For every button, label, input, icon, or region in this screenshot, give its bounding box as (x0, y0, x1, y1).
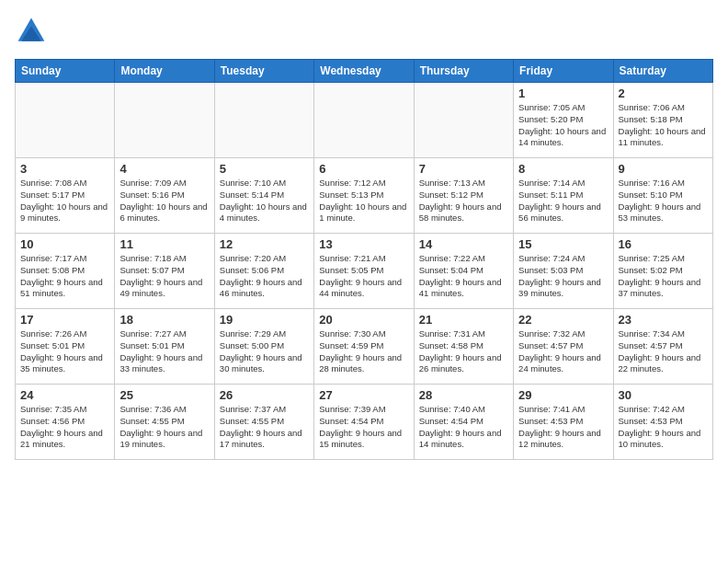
day-number: 2 (619, 86, 708, 100)
calendar-cell: 13Sunrise: 7:21 AM Sunset: 5:05 PM Dayli… (314, 234, 414, 309)
calendar-cell: 28Sunrise: 7:40 AM Sunset: 4:54 PM Dayli… (414, 385, 513, 460)
day-number: 6 (319, 162, 408, 176)
calendar-cell: 20Sunrise: 7:30 AM Sunset: 4:59 PM Dayli… (314, 309, 414, 385)
day-info: Sunrise: 7:34 AM Sunset: 4:57 PM Dayligh… (619, 328, 708, 375)
week-row-1: 1Sunrise: 7:05 AM Sunset: 5:20 PM Daylig… (16, 83, 713, 158)
calendar-cell: 4Sunrise: 7:09 AM Sunset: 5:16 PM Daylig… (115, 158, 214, 234)
day-number: 29 (518, 388, 608, 402)
day-number: 12 (220, 237, 309, 251)
day-info: Sunrise: 7:20 AM Sunset: 5:06 PM Dayligh… (220, 253, 309, 300)
logo (15, 15, 51, 48)
day-number: 15 (518, 237, 608, 251)
calendar-cell: 9Sunrise: 7:16 AM Sunset: 5:10 PM Daylig… (613, 158, 712, 234)
calendar-cell: 25Sunrise: 7:36 AM Sunset: 4:55 PM Dayli… (115, 385, 214, 460)
calendar-cell: 17Sunrise: 7:26 AM Sunset: 5:01 PM Dayli… (16, 309, 115, 385)
calendar: SundayMondayTuesdayWednesdayThursdayFrid… (15, 59, 713, 460)
calendar-cell: 3Sunrise: 7:08 AM Sunset: 5:17 PM Daylig… (16, 158, 115, 234)
day-info: Sunrise: 7:06 AM Sunset: 5:18 PM Dayligh… (619, 102, 708, 149)
week-row-4: 17Sunrise: 7:26 AM Sunset: 5:01 PM Dayli… (16, 309, 713, 385)
calendar-cell: 19Sunrise: 7:29 AM Sunset: 5:00 PM Dayli… (214, 309, 313, 385)
day-number: 8 (518, 162, 608, 176)
day-number: 30 (619, 388, 708, 402)
day-info: Sunrise: 7:41 AM Sunset: 4:53 PM Dayligh… (518, 404, 608, 451)
calendar-cell: 21Sunrise: 7:31 AM Sunset: 4:58 PM Dayli… (414, 309, 513, 385)
calendar-cell: 10Sunrise: 7:17 AM Sunset: 5:08 PM Dayli… (16, 234, 115, 309)
day-info: Sunrise: 7:05 AM Sunset: 5:20 PM Dayligh… (518, 102, 608, 149)
day-info: Sunrise: 7:08 AM Sunset: 5:17 PM Dayligh… (20, 178, 109, 224)
day-number: 1 (518, 86, 608, 100)
day-info: Sunrise: 7:18 AM Sunset: 5:07 PM Dayligh… (119, 253, 209, 300)
calendar-cell: 5Sunrise: 7:10 AM Sunset: 5:14 PM Daylig… (214, 158, 313, 234)
day-info: Sunrise: 7:32 AM Sunset: 4:57 PM Dayligh… (518, 328, 608, 375)
day-info: Sunrise: 7:12 AM Sunset: 5:13 PM Dayligh… (319, 178, 408, 224)
day-number: 19 (220, 313, 309, 327)
weekday-header: Tuesday (214, 60, 313, 83)
day-number: 5 (220, 162, 309, 176)
day-number: 4 (119, 162, 209, 176)
day-info: Sunrise: 7:14 AM Sunset: 5:11 PM Dayligh… (518, 178, 608, 224)
day-number: 21 (419, 313, 508, 327)
day-number: 23 (619, 313, 708, 327)
calendar-cell: 30Sunrise: 7:42 AM Sunset: 4:53 PM Dayli… (613, 385, 712, 460)
day-number: 27 (319, 388, 408, 402)
calendar-cell (414, 83, 513, 158)
day-number: 20 (319, 313, 408, 327)
calendar-cell: 29Sunrise: 7:41 AM Sunset: 4:53 PM Dayli… (514, 385, 613, 460)
day-number: 14 (419, 237, 508, 251)
day-number: 11 (119, 237, 209, 251)
day-info: Sunrise: 7:30 AM Sunset: 4:59 PM Dayligh… (319, 328, 408, 375)
day-number: 22 (518, 313, 608, 327)
weekday-header: Saturday (613, 60, 712, 83)
calendar-cell: 11Sunrise: 7:18 AM Sunset: 5:07 PM Dayli… (115, 234, 214, 309)
day-info: Sunrise: 7:37 AM Sunset: 4:55 PM Dayligh… (220, 404, 309, 451)
calendar-cell: 27Sunrise: 7:39 AM Sunset: 4:54 PM Dayli… (314, 385, 414, 460)
calendar-cell: 18Sunrise: 7:27 AM Sunset: 5:01 PM Dayli… (115, 309, 214, 385)
day-info: Sunrise: 7:25 AM Sunset: 5:02 PM Dayligh… (619, 253, 708, 300)
calendar-cell: 8Sunrise: 7:14 AM Sunset: 5:11 PM Daylig… (514, 158, 613, 234)
weekday-header-row: SundayMondayTuesdayWednesdayThursdayFrid… (16, 60, 713, 83)
calendar-cell: 14Sunrise: 7:22 AM Sunset: 5:04 PM Dayli… (414, 234, 513, 309)
day-info: Sunrise: 7:36 AM Sunset: 4:55 PM Dayligh… (119, 404, 209, 451)
calendar-cell: 12Sunrise: 7:20 AM Sunset: 5:06 PM Dayli… (214, 234, 313, 309)
calendar-cell (214, 83, 313, 158)
calendar-cell (314, 83, 414, 158)
calendar-cell: 7Sunrise: 7:13 AM Sunset: 5:12 PM Daylig… (414, 158, 513, 234)
day-info: Sunrise: 7:24 AM Sunset: 5:03 PM Dayligh… (518, 253, 608, 300)
weekday-header: Wednesday (314, 60, 414, 83)
day-info: Sunrise: 7:27 AM Sunset: 5:01 PM Dayligh… (119, 328, 209, 375)
day-info: Sunrise: 7:35 AM Sunset: 4:56 PM Dayligh… (20, 404, 109, 451)
calendar-cell: 22Sunrise: 7:32 AM Sunset: 4:57 PM Dayli… (514, 309, 613, 385)
calendar-cell: 15Sunrise: 7:24 AM Sunset: 5:03 PM Dayli… (514, 234, 613, 309)
day-info: Sunrise: 7:16 AM Sunset: 5:10 PM Dayligh… (619, 178, 708, 224)
day-number: 3 (20, 162, 109, 176)
day-number: 17 (20, 313, 109, 327)
day-info: Sunrise: 7:31 AM Sunset: 4:58 PM Dayligh… (419, 328, 508, 375)
day-number: 9 (619, 162, 708, 176)
weekday-header: Thursday (414, 60, 513, 83)
calendar-cell: 6Sunrise: 7:12 AM Sunset: 5:13 PM Daylig… (314, 158, 414, 234)
logo-icon (15, 15, 48, 48)
day-number: 24 (20, 388, 109, 402)
calendar-cell: 24Sunrise: 7:35 AM Sunset: 4:56 PM Dayli… (16, 385, 115, 460)
calendar-cell: 23Sunrise: 7:34 AM Sunset: 4:57 PM Dayli… (613, 309, 712, 385)
day-info: Sunrise: 7:22 AM Sunset: 5:04 PM Dayligh… (419, 253, 508, 300)
calendar-cell: 16Sunrise: 7:25 AM Sunset: 5:02 PM Dayli… (613, 234, 712, 309)
week-row-2: 3Sunrise: 7:08 AM Sunset: 5:17 PM Daylig… (16, 158, 713, 234)
calendar-cell: 2Sunrise: 7:06 AM Sunset: 5:18 PM Daylig… (613, 83, 712, 158)
day-info: Sunrise: 7:29 AM Sunset: 5:00 PM Dayligh… (220, 328, 309, 375)
day-info: Sunrise: 7:21 AM Sunset: 5:05 PM Dayligh… (319, 253, 408, 300)
day-info: Sunrise: 7:40 AM Sunset: 4:54 PM Dayligh… (419, 404, 508, 451)
day-info: Sunrise: 7:09 AM Sunset: 5:16 PM Dayligh… (119, 178, 209, 224)
day-number: 7 (419, 162, 508, 176)
day-info: Sunrise: 7:39 AM Sunset: 4:54 PM Dayligh… (319, 404, 408, 451)
page-header (15, 15, 713, 48)
day-number: 18 (119, 313, 209, 327)
day-info: Sunrise: 7:42 AM Sunset: 4:53 PM Dayligh… (619, 404, 708, 451)
day-info: Sunrise: 7:26 AM Sunset: 5:01 PM Dayligh… (20, 328, 109, 375)
weekday-header: Friday (514, 60, 613, 83)
weekday-header: Monday (115, 60, 214, 83)
week-row-5: 24Sunrise: 7:35 AM Sunset: 4:56 PM Dayli… (16, 385, 713, 460)
calendar-cell (115, 83, 214, 158)
day-number: 13 (319, 237, 408, 251)
weekday-header: Sunday (16, 60, 115, 83)
